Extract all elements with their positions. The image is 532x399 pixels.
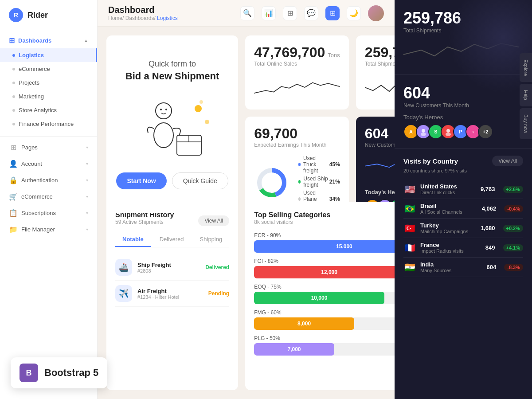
dark-stat-customers: 604 New Customers This Month Today's Her… bbox=[395, 75, 532, 149]
side-actions: Explore Help Buy now bbox=[520, 53, 532, 141]
bar-label: FMG - 60% bbox=[254, 309, 395, 316]
svg-point-6 bbox=[160, 109, 162, 110]
sidebar-item-ecommerce-parent[interactable]: 🛒 eCommerce ▾ bbox=[0, 188, 97, 205]
shipment-name: Ship Freight bbox=[137, 262, 200, 268]
subscriptions-chevron: ▾ bbox=[86, 211, 88, 215]
shipment-status: Delivered bbox=[205, 264, 229, 270]
explore-action[interactable]: Explore bbox=[520, 53, 532, 82]
account-chevron: ▾ bbox=[86, 161, 88, 166]
dot-icon bbox=[12, 109, 15, 112]
bar-row: PLG - 50% 7,000 bbox=[254, 335, 395, 356]
country-info: United States Direct link clicks bbox=[420, 183, 476, 195]
help-action[interactable]: Help bbox=[520, 84, 532, 106]
sidebar-item-account[interactable]: 👤 Account ▾ bbox=[0, 156, 97, 172]
dot-icon bbox=[12, 123, 15, 125]
right-panel: 259,786 Total Shipments 604 New Customer… bbox=[395, 0, 532, 399]
apps-icon[interactable]: ⊞ bbox=[325, 6, 340, 20]
dot-icon bbox=[12, 82, 15, 84]
shipment-history-view-all[interactable]: View All bbox=[198, 215, 229, 226]
grid-icon[interactable]: ⊞ bbox=[283, 6, 297, 20]
shipment-history-tabs: Notable Delivered Shipping bbox=[115, 232, 229, 247]
theme-toggle[interactable]: 🌙 bbox=[347, 6, 361, 20]
subscriptions-icon: 📋 bbox=[9, 209, 18, 217]
sidebar-item-label: Store Analytics bbox=[19, 107, 57, 113]
buy-now-action[interactable]: Buy now bbox=[520, 108, 532, 139]
country-info: Brasil All Social Channels bbox=[420, 203, 477, 215]
country-change: +0.2% bbox=[503, 225, 524, 232]
sidebar-item-projects[interactable]: Projects bbox=[0, 76, 97, 90]
sidebar-item-file-manager[interactable]: 📁 File Manager ▾ bbox=[0, 221, 97, 238]
svg-point-1 bbox=[154, 123, 173, 148]
countries-view-all[interactable]: View All bbox=[492, 156, 523, 166]
user-avatar[interactable] bbox=[368, 5, 384, 21]
dashboards-group[interactable]: ⊞ Dashboards ▲ bbox=[0, 33, 97, 48]
legend-dot-truck bbox=[298, 163, 301, 166]
auth-chevron: ▾ bbox=[86, 178, 88, 183]
sidebar-item-finance-performance[interactable]: Finance Performance bbox=[0, 117, 97, 131]
shipment-icon-2: ✈️ bbox=[115, 285, 132, 302]
stat-card-shipments: 259,786 Total Shipments bbox=[356, 35, 395, 110]
sidebar-item-subscriptions[interactable]: 📋 Subscriptions ▾ bbox=[0, 205, 97, 221]
tab-shipping[interactable]: Shipping bbox=[193, 232, 230, 247]
shipment-row: 🚢 Ship Freight #2808 Delivered bbox=[115, 254, 229, 281]
quick-form-subtitle: Bid a New Shipment bbox=[125, 70, 219, 82]
stat-label-earnings: Expected Earnings This Month bbox=[254, 142, 340, 148]
country-info: India Many Sources bbox=[420, 261, 482, 273]
sidebar-item-label: eCommerce bbox=[19, 66, 50, 72]
country-info: France Impact Radius visits bbox=[420, 242, 481, 254]
country-visits: 849 bbox=[485, 244, 495, 251]
app-logo[interactable]: R Rider bbox=[0, 0, 97, 30]
sidebar-parent-label: Account bbox=[21, 160, 42, 167]
shipment-status-2: Pending bbox=[208, 290, 229, 297]
categories-title: Top Selling Categories bbox=[254, 211, 330, 219]
svg-point-4 bbox=[205, 120, 209, 124]
stat-label-sales: Total Online Sales bbox=[254, 61, 340, 67]
shipment-history-card: Shipment History 59 Active Shipments Vie… bbox=[106, 202, 238, 390]
country-visits: 1,680 bbox=[481, 225, 495, 231]
sidebar-item-label: Logistics bbox=[19, 52, 44, 59]
categories-subtitle: 8k social visitors bbox=[254, 219, 330, 225]
bar-row: EOQ - 75% 10,000 bbox=[254, 284, 395, 304]
search-icon[interactable]: 🔍 bbox=[240, 6, 254, 20]
bar-row: ECR - 90% 15,000 bbox=[254, 232, 395, 253]
quick-form-card: Quick form to Bid a New Shipment bbox=[106, 35, 238, 213]
sidebar-item-marketing[interactable]: Marketing bbox=[0, 90, 97, 103]
legend-pct-ship: 21% bbox=[329, 179, 340, 185]
sidebar-item-authentication[interactable]: 🔒 Authentication ▾ bbox=[0, 172, 97, 188]
start-now-button[interactable]: Start Now bbox=[116, 172, 166, 189]
bar-label: PLG - 50% bbox=[254, 335, 395, 341]
dot-icon bbox=[12, 54, 15, 57]
dark-stat-label-customers: New Customers This Month bbox=[403, 102, 523, 109]
analytics-icon[interactable]: 📊 bbox=[262, 6, 276, 20]
bar-track: 7,000 bbox=[254, 343, 395, 356]
countries-title: Visits by Country bbox=[403, 157, 458, 165]
bar-label: ECR - 90% bbox=[254, 232, 395, 239]
main-area: Dashboard Home/ Dashboards/ Logistics 🔍 … bbox=[98, 0, 395, 399]
sidebar-item-pages[interactable]: ⊞ Pages ▾ bbox=[0, 139, 97, 156]
sidebar-item-label: Finance Performance bbox=[19, 121, 74, 127]
bar-label: FGI - 82% bbox=[254, 258, 395, 264]
legend-item-truck: Used Truck freight 45% bbox=[298, 155, 340, 174]
bar-row: FMG - 60% 8,000 bbox=[254, 309, 395, 330]
country-name: France bbox=[420, 242, 481, 248]
tab-notable[interactable]: Notable bbox=[115, 232, 151, 247]
bootstrap-text: Bootstrap 5 bbox=[44, 367, 98, 379]
shipment-info-2: Air Freight #1234 · Hilter Hotel bbox=[137, 288, 203, 300]
svg-point-21 bbox=[422, 129, 425, 133]
tab-delivered[interactable]: Delivered bbox=[153, 232, 191, 247]
svg-point-24 bbox=[446, 129, 450, 133]
sidebar-item-ecommerce[interactable]: eCommerce bbox=[0, 62, 97, 76]
country-row: 🇫🇷 France Impact Radius visits 849 +4.1% bbox=[403, 238, 523, 258]
svg-point-3 bbox=[195, 105, 202, 112]
chat-icon[interactable]: 💬 bbox=[304, 6, 318, 20]
legend-pct-plane: 34% bbox=[329, 196, 340, 202]
bars-container: ECR - 90% 15,000 FGI - 82% 12,000 EOQ - … bbox=[254, 232, 395, 356]
quick-guide-button[interactable]: Quick Guide bbox=[172, 172, 228, 189]
country-name: Turkey bbox=[420, 222, 476, 229]
sidebar-divider bbox=[0, 136, 97, 137]
country-row: 🇹🇷 Turkey Mailchimp Campaigns 1,680 +0.2… bbox=[403, 219, 523, 238]
sidebar-item-store-analytics[interactable]: Store Analytics bbox=[0, 103, 97, 117]
sidebar-item-logistics[interactable]: Logistics bbox=[0, 48, 97, 62]
country-info: Turkey Mailchimp Campaigns bbox=[420, 222, 476, 234]
svg-point-22 bbox=[421, 133, 426, 136]
